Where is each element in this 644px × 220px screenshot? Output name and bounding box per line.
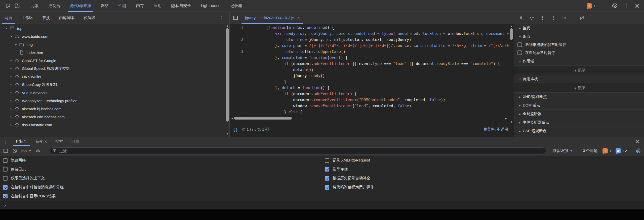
code-line[interactable]: - }, core_pnum = /[+-]?(?:\d*\.|)\d+(?:[…	[230, 43, 509, 49]
code-view[interactable]: 1(function(window, undefined) {- var rea…	[230, 25, 509, 116]
tree-item-aisearch.bj.bcebos.com[interactable]: ▸aisearch.bj.bcebos.com	[0, 105, 225, 113]
error-issues-badge[interactable]: ! 1	[602, 148, 612, 153]
tree-item-ChatGPT for Google[interactable]: ▸ChatGPT for Google	[0, 57, 225, 65]
close-tab-icon[interactable]: ×	[297, 16, 300, 20]
code-line[interactable]: - }, detach = function() {	[230, 85, 509, 91]
line-number[interactable]: -	[230, 97, 259, 103]
tree-item-top[interactable]: ▾top	[0, 24, 225, 32]
console-settings-gear-icon[interactable]	[635, 148, 641, 154]
tree-item-OKX Wallet[interactable]: ▸OKX Wallet	[0, 73, 225, 81]
panel-tab-应用[interactable]: 应用	[149, 0, 166, 12]
device-toolbar-icon[interactable]	[13, 1, 22, 10]
checkbox-checked-icon[interactable]	[3, 185, 8, 190]
step-icon[interactable]	[562, 16, 567, 20]
context-selector[interactable]: top ▼	[21, 149, 31, 153]
tree-item-www.baidu.com[interactable]: ▾www.baidu.com	[0, 32, 225, 40]
line-number[interactable]: -	[230, 73, 259, 79]
clear-console-icon[interactable]	[12, 148, 17, 153]
line-number[interactable]: -	[230, 43, 259, 49]
tree-item-index.htm[interactable]: index.htm	[0, 48, 225, 57]
scrollbar-track[interactable]	[234, 117, 504, 120]
log-level-selector[interactable]: 默认级别 ▼	[553, 148, 573, 153]
line-number[interactable]: -	[230, 61, 259, 67]
drawer-tab-搜索[interactable]: 搜索	[51, 137, 67, 146]
close-devtools-icon[interactable]: ×	[634, 3, 640, 9]
line-number[interactable]: 2	[230, 37, 259, 43]
section-header-监视[interactable]: ▸监视	[514, 24, 644, 32]
scrollbar-thumb[interactable]	[226, 28, 229, 122]
checkbox-checked-icon[interactable]	[3, 194, 8, 198]
tree-collapse-arrow-icon[interactable]: ▾	[4, 27, 10, 30]
tree-expand-arrow-icon[interactable]: ▸	[8, 67, 14, 70]
drawer-tab-新变化[interactable]: 新变化	[31, 137, 51, 146]
scrollbar-thumb[interactable]	[234, 117, 292, 120]
code-line[interactable]: 2 return new jQuery.fn.init(selector, co…	[230, 37, 509, 43]
scroll-up-icon[interactable]: ▲	[510, 24, 513, 28]
scroll-down-icon[interactable]: ▼	[226, 132, 229, 136]
tree-item-Vue.js devtools[interactable]: ▸Vue.js devtools	[0, 89, 225, 97]
line-number[interactable]: 3	[230, 49, 259, 55]
scrollbar-thumb[interactable]	[510, 28, 513, 40]
navigator-tab-内容脚本[interactable]: 内容脚本	[55, 12, 79, 24]
tree-item-img[interactable]: ▸img	[0, 40, 225, 48]
line-number[interactable]: -	[230, 55, 259, 61]
navigator-more-tabs-icon[interactable]: ⋮	[219, 15, 224, 21]
settings-gear-icon[interactable]	[610, 1, 619, 10]
line-number[interactable]: -	[230, 79, 259, 85]
tree-expand-arrow-icon[interactable]: ▸	[8, 123, 14, 127]
scroll-left-icon[interactable]: ◀	[230, 117, 234, 120]
tree-expand-arrow-icon[interactable]: ▸	[8, 107, 14, 111]
section-header-DOM 断点[interactable]: ▸DOM 断点	[514, 101, 644, 109]
step-out-icon[interactable]	[551, 16, 556, 20]
panel-tab-网络[interactable]: 网络	[96, 0, 113, 12]
panel-tab-记录器[interactable]: 记录器	[225, 0, 247, 12]
section-header-CSP 违规断点[interactable]: ▸CSP 违规断点	[514, 127, 644, 135]
tree-expand-arrow-icon[interactable]: ▸	[13, 43, 19, 46]
console-setting-在控制台中显示CORS错误[interactable]: 在控制台中显示CORS错误	[3, 192, 64, 201]
panel-tab-元素[interactable]: 元素	[26, 0, 44, 12]
navigator-tab-代码段[interactable]: 代码段	[79, 12, 100, 24]
code-line[interactable]: 3 return letter.toUpperCase()	[230, 49, 509, 55]
panel-tab-源代码/来源[interactable]: 源代码/来源	[65, 0, 96, 12]
hide-navigator-icon[interactable]	[230, 12, 241, 24]
code-line[interactable]: - if (document.addEventListener) {	[230, 91, 509, 97]
coverage-link[interactable]: 覆盖率: 不适用	[484, 127, 508, 132]
breakpoint-option-在遇到异常时暂停[interactable]: 在遇到异常时暂停	[514, 49, 644, 57]
drawer-tab-控制台[interactable]: 控制台	[11, 137, 31, 146]
inspect-icon[interactable]	[4, 1, 13, 10]
section-header-全局监听器[interactable]: ▸全局监听器	[514, 110, 644, 118]
editor-vertical-scrollbar[interactable]: ▲ ▼	[510, 24, 513, 124]
section-header-作用域[interactable]: ▾作用域	[514, 57, 644, 65]
panel-tab-隐私与安全[interactable]: 隐私与安全	[166, 0, 196, 12]
console-setting-在控制台中对相似消息进行分组[interactable]: 在控制台中对相似消息进行分组	[3, 183, 64, 192]
line-number[interactable]: -	[230, 103, 259, 109]
code-line[interactable]: - if (document.addEventListener || event…	[230, 61, 509, 67]
checkbox-unchecked-icon[interactable]	[517, 50, 522, 55]
tree-expand-arrow-icon[interactable]: ▸	[8, 99, 14, 102]
code-line[interactable]: - detach();	[230, 67, 509, 73]
more-menu-icon[interactable]: ⋮	[624, 3, 629, 9]
issues-badge[interactable]: ! 1	[587, 3, 596, 9]
line-number[interactable]: 1	[230, 25, 259, 31]
code-line[interactable]: - }, completed = function(event) {	[230, 55, 509, 61]
code-line[interactable]: - jQuery.ready()	[230, 73, 509, 79]
drawer-menu-icon[interactable]: ⋮	[4, 139, 8, 144]
console-filter-field[interactable]	[49, 147, 546, 154]
message-issues-badge[interactable]: 12	[616, 148, 627, 153]
editor-horizontal-scrollbar[interactable]: ◀ ▶	[230, 117, 508, 120]
console-setting-将代码评估视为用户操作[interactable]: 将代码评估视为用户操作	[325, 183, 374, 192]
navigator-tab-替换[interactable]: 替换	[38, 12, 55, 24]
panel-tab-控制台[interactable]: 控制台	[44, 0, 65, 12]
console-prompt[interactable]: ›	[0, 201, 644, 210]
checkbox-checked-icon[interactable]	[325, 185, 329, 190]
tree-item-aisearch.cdn.bcebos.com[interactable]: ▸aisearch.cdn.bcebos.com	[0, 113, 225, 121]
code-line[interactable]: - window.removeEventListener("load", com…	[230, 103, 509, 109]
tree-expand-arrow-icon[interactable]: ▸	[8, 91, 14, 94]
drawer-tab-问题[interactable]: 问题	[67, 137, 83, 146]
section-header-调用堆栈[interactable]: ▾调用堆栈	[514, 75, 644, 83]
panel-tab-Lighthouse[interactable]: Lighthouse	[196, 0, 225, 12]
editor-file-tab[interactable]: jquery-1-edb203c114.10.2.js ×	[242, 12, 303, 24]
console-setting-隐藏网络[interactable]: 隐藏网络	[3, 156, 64, 165]
scroll-up-icon[interactable]: ▲	[226, 24, 229, 28]
tree-expand-arrow-icon[interactable]: ▸	[8, 75, 14, 78]
